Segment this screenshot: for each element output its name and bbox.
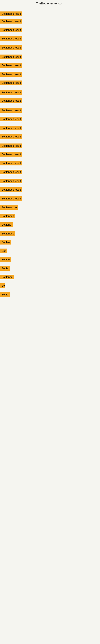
- bottleneck-badge: Bottleneck: [0, 214, 15, 218]
- site-header: TheBottlenecker.com: [0, 0, 100, 6]
- bottleneck-item: Bot: [0, 248, 7, 254]
- bottleneck-item: Bottleneck result: [0, 179, 22, 184]
- bottleneck-badge: Bo: [0, 283, 5, 288]
- bottleneck-badge: Bottleneck result: [0, 170, 22, 174]
- bottleneck-item: Bottleneck result: [0, 117, 22, 122]
- bottleneck-item: Bottlene: [0, 222, 13, 228]
- bottleneck-item: Bottleneck re: [0, 205, 18, 210]
- bottleneck-badge: Bottle: [0, 266, 10, 271]
- bottleneck-item: Bottleneck result: [0, 134, 22, 140]
- bottleneck-item: Bottle: [0, 292, 10, 298]
- bottleneck-badge: Bottleneck result: [0, 28, 22, 32]
- bottleneck-item: Bottleneck result: [0, 54, 22, 60]
- bottleneck-item: Bottleneck result: [0, 90, 22, 96]
- bottleneck-item: Bottleneck result: [0, 187, 22, 193]
- bottleneck-badge: Bottleneck result: [0, 134, 22, 139]
- bottleneck-item: Bottleneck: [0, 231, 15, 237]
- bottleneck-item: Bottleneck result: [0, 152, 22, 158]
- bottleneck-item: Bottleneck result: [0, 28, 22, 33]
- bottleneck-badge: Bottleneck result: [0, 54, 22, 59]
- bottleneck-badge: Bottlen: [0, 257, 11, 262]
- bottleneck-item: Bottleneck result: [0, 144, 22, 149]
- bottleneck-badge: Bottleneck result: [0, 161, 22, 166]
- bottleneck-badge: Bottleneck: [0, 231, 15, 236]
- bottleneck-item: Bottleneck: [0, 214, 15, 219]
- bottleneck-item: Bottleneck result: [0, 45, 22, 51]
- bottleneck-badge: Bottle: [0, 292, 10, 297]
- bottleneck-badge: Bottleneck result: [0, 108, 22, 113]
- bottleneck-badge: Bot: [0, 248, 7, 253]
- bottleneck-item: Bottleneck result: [0, 72, 22, 78]
- bottleneck-badge: Bottleneck result: [0, 187, 22, 192]
- bottleneck-item: Bo: [0, 283, 5, 289]
- bottleneck-item: Bottleneck result: [0, 80, 22, 86]
- bottleneck-badge: Bottlenec: [0, 275, 14, 279]
- bottleneck-badge: Bottleneck result: [0, 36, 22, 41]
- bottleneck-item: Bottle: [0, 266, 10, 272]
- bottleneck-badge: Bottleneck result: [0, 72, 22, 77]
- bottleneck-item: Bottleneck result: [0, 63, 22, 68]
- bottleneck-item: Bottleneck result: [0, 108, 22, 114]
- bottleneck-item: Bottleneck result: [0, 126, 22, 131]
- bottleneck-badge: Bottleneck result: [0, 12, 22, 16]
- bottleneck-badge: Bottleneck result: [0, 45, 22, 50]
- bottleneck-badge: Bottleneck result: [0, 80, 22, 85]
- bottleneck-item: Bottleneck result: [0, 161, 22, 166]
- bottleneck-badge: Bottleneck result: [0, 90, 22, 95]
- bottleneck-badge: Bottleneck result: [0, 179, 22, 183]
- bottleneck-badge: Bottleneck re: [0, 205, 18, 210]
- bottleneck-item: Bottleneck result: [0, 36, 22, 42]
- bottleneck-item: Bottlen: [0, 257, 11, 263]
- bottleneck-item: Bottleneck result: [0, 170, 22, 175]
- bottleneck-item: Bottleneck result: [0, 19, 22, 24]
- bottleneck-badge: Bottlen: [0, 240, 11, 244]
- bottleneck-item: Bottlenec: [0, 275, 14, 280]
- bottleneck-item: Bottleneck result: [0, 98, 22, 104]
- bottleneck-item: Bottleneck result: [0, 12, 22, 17]
- bottleneck-badge: Bottleneck result: [0, 126, 22, 130]
- bottleneck-badge: Bottleneck result: [0, 196, 22, 201]
- bottleneck-badge: Bottleneck result: [0, 19, 22, 24]
- bottleneck-badge: Bottleneck result: [0, 117, 22, 121]
- bottleneck-badge: Bottlene: [0, 222, 13, 227]
- bottleneck-badge: Bottleneck result: [0, 144, 22, 148]
- bottleneck-badge: Bottleneck result: [0, 98, 22, 103]
- bottleneck-item: Bottlen: [0, 240, 11, 245]
- bottleneck-badge: Bottleneck result: [0, 63, 22, 68]
- bottleneck-item: Bottleneck result: [0, 196, 22, 202]
- bottleneck-badge: Bottleneck result: [0, 152, 22, 156]
